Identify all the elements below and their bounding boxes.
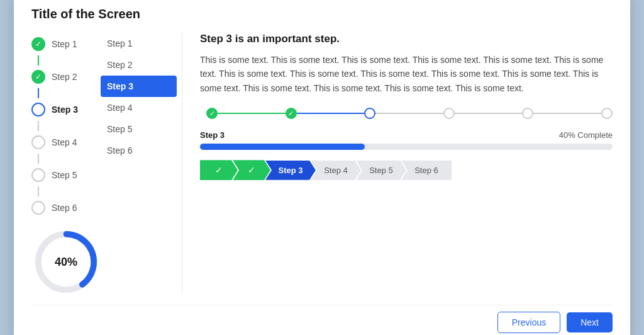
- dp-circle-3: [364, 108, 375, 119]
- step6-label: Step 6: [52, 203, 77, 213]
- connector-2-3: [38, 88, 39, 98]
- right-content: Step 3 is an important step. This is som…: [182, 33, 613, 293]
- step1-label: Step 1: [52, 39, 77, 49]
- connector-1-2: [38, 55, 39, 65]
- middle-step3[interactable]: Step 3: [101, 76, 177, 97]
- step4-circle: [31, 135, 45, 149]
- breadcrumb-step5[interactable]: Step 5: [356, 161, 406, 180]
- dp-circle-1: ✓: [206, 108, 218, 119]
- content-body: This is some text. This is some text. Th…: [200, 53, 613, 95]
- modal-body: ✓ Step 1 ✓ Step 2 Step 3 Step 4: [31, 33, 613, 293]
- step2-circle: ✓: [31, 70, 45, 84]
- step6-circle: [31, 201, 45, 215]
- modal-footer: Previous Next: [31, 305, 613, 333]
- breadcrumb-step4[interactable]: Step 4: [311, 161, 361, 180]
- middle-step6[interactable]: Step 6: [101, 140, 177, 161]
- progress-bar-fill: [200, 144, 365, 150]
- dp-line-1: [218, 113, 286, 114]
- donut-chart-container: 40%: [31, 230, 101, 293]
- steps-breadcrumb: ✓ ✓ Step 3 Step 4 Step 5 Step 6: [200, 160, 613, 180]
- middle-step5[interactable]: Step 5: [101, 118, 177, 140]
- dp-line-3: [375, 113, 443, 114]
- progress-bar-bg: [200, 144, 613, 150]
- middle-step2[interactable]: Step 2: [101, 54, 177, 76]
- connector-5-6: [38, 186, 39, 196]
- step3-circle: [31, 103, 45, 116]
- content-title: Step 3 is an important step.: [200, 33, 613, 45]
- middle-step4[interactable]: Step 4: [101, 97, 177, 118]
- sidebar-item-step2[interactable]: ✓ Step 2: [31, 65, 101, 88]
- dp-line-5: [533, 113, 601, 114]
- step5-circle: [31, 168, 45, 182]
- dot-progress: ✓ ✓: [200, 108, 613, 119]
- sidebar-item-step5[interactable]: Step 5: [31, 164, 101, 186]
- sidebar-item-step3[interactable]: Step 3: [31, 98, 101, 121]
- progress-step-label: Step 3: [200, 130, 225, 140]
- dp-line-4: [455, 113, 523, 114]
- next-button[interactable]: Next: [567, 312, 613, 332]
- modal-container: Title of the Screen ✓ Step 1 ✓ Step 2 St…: [14, 0, 630, 335]
- step1-circle: ✓: [31, 37, 45, 51]
- connector-4-5: [38, 154, 39, 164]
- sidebar-item-step4[interactable]: Step 4: [31, 131, 101, 154]
- breadcrumb-step3[interactable]: Step 3: [265, 161, 316, 180]
- sidebar-item-step6[interactable]: Step 6: [31, 196, 101, 219]
- step5-label: Step 5: [52, 170, 77, 180]
- step4-label: Step 4: [52, 137, 77, 147]
- progress-row: Step 3 40% Complete: [200, 130, 613, 140]
- dp-circle-4: [443, 108, 455, 119]
- page-title: Title of the Screen: [31, 7, 613, 21]
- breadcrumb-step6[interactable]: Step 6: [401, 161, 452, 180]
- step2-label: Step 2: [52, 72, 77, 82]
- breadcrumb-step2[interactable]: ✓: [233, 160, 270, 180]
- middle-steps: Step 1 Step 2 Step 3 Step 4 Step 5 Step …: [101, 33, 182, 293]
- progress-pct-label: 40% Complete: [559, 130, 613, 140]
- dp-circle-5: [522, 108, 533, 119]
- donut-label: 40%: [55, 256, 77, 269]
- dp-line-2: [297, 113, 365, 114]
- connector-3-4: [38, 121, 39, 131]
- dp-circle-6: [601, 108, 613, 119]
- step3-label: Step 3: [52, 105, 78, 115]
- previous-button[interactable]: Previous: [497, 312, 560, 333]
- sidebar-item-step1[interactable]: ✓ Step 1: [31, 33, 101, 55]
- middle-step1[interactable]: Step 1: [101, 33, 177, 54]
- breadcrumb-step1[interactable]: ✓: [200, 160, 238, 180]
- left-sidebar: ✓ Step 1 ✓ Step 2 Step 3 Step 4: [31, 33, 101, 293]
- dp-circle-2: ✓: [286, 108, 297, 119]
